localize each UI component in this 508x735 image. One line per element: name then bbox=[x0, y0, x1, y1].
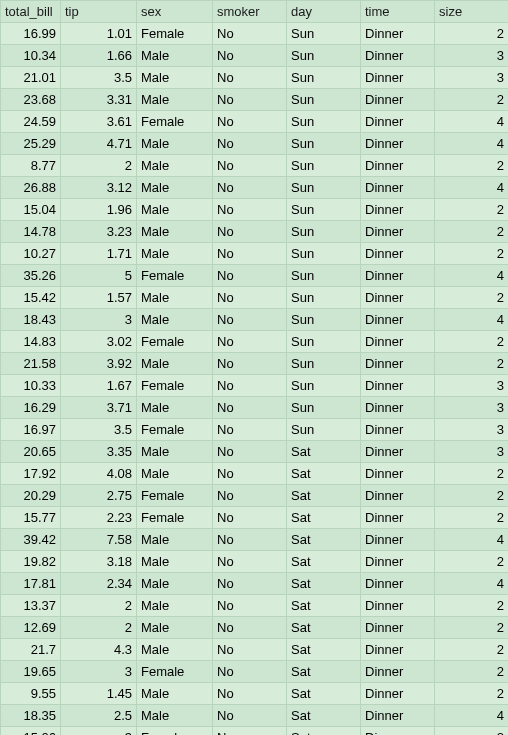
table-row: 15.421.57MaleNoSunDinner2 bbox=[1, 287, 509, 309]
header-time: time bbox=[361, 1, 435, 23]
cell: Dinner bbox=[361, 463, 435, 485]
cell: Male bbox=[137, 67, 213, 89]
cell: 4 bbox=[435, 573, 509, 595]
cell: 4 bbox=[435, 529, 509, 551]
cell: 3.31 bbox=[61, 89, 137, 111]
table-header: total_bill tip sex smoker day time size bbox=[1, 1, 509, 23]
cell: Sat bbox=[287, 639, 361, 661]
cell: No bbox=[213, 617, 287, 639]
cell: Male bbox=[137, 309, 213, 331]
table-row: 23.683.31MaleNoSunDinner2 bbox=[1, 89, 509, 111]
table-row: 15.772.23FemaleNoSatDinner2 bbox=[1, 507, 509, 529]
header-tip: tip bbox=[61, 1, 137, 23]
cell: Sat bbox=[287, 683, 361, 705]
cell: Male bbox=[137, 353, 213, 375]
cell: Sun bbox=[287, 265, 361, 287]
cell: Dinner bbox=[361, 155, 435, 177]
table-row: 35.265FemaleNoSunDinner4 bbox=[1, 265, 509, 287]
cell: 2 bbox=[435, 661, 509, 683]
cell: Male bbox=[137, 155, 213, 177]
cell: 2.5 bbox=[61, 705, 137, 727]
cell: 26.88 bbox=[1, 177, 61, 199]
cell: 2 bbox=[435, 221, 509, 243]
cell: Sat bbox=[287, 485, 361, 507]
cell: Female bbox=[137, 727, 213, 736]
cell: Dinner bbox=[361, 177, 435, 199]
table-row: 19.653FemaleNoSatDinner2 bbox=[1, 661, 509, 683]
table-row: 10.331.67FemaleNoSunDinner3 bbox=[1, 375, 509, 397]
cell: 15.42 bbox=[1, 287, 61, 309]
cell: 18.43 bbox=[1, 309, 61, 331]
cell: 2 bbox=[435, 353, 509, 375]
table-row: 17.812.34MaleNoSatDinner4 bbox=[1, 573, 509, 595]
cell: 2 bbox=[435, 463, 509, 485]
table-row: 10.341.66MaleNoSunDinner3 bbox=[1, 45, 509, 67]
cell: 2 bbox=[61, 617, 137, 639]
table-row: 21.74.3MaleNoSatDinner2 bbox=[1, 639, 509, 661]
cell: Male bbox=[137, 221, 213, 243]
cell: 14.83 bbox=[1, 331, 61, 353]
cell: 3 bbox=[435, 441, 509, 463]
cell: Sun bbox=[287, 177, 361, 199]
cell: 2 bbox=[435, 331, 509, 353]
cell: 2 bbox=[435, 243, 509, 265]
cell: Sun bbox=[287, 397, 361, 419]
cell: 4 bbox=[435, 133, 509, 155]
cell: No bbox=[213, 507, 287, 529]
cell: 2 bbox=[435, 551, 509, 573]
cell: Dinner bbox=[361, 529, 435, 551]
cell: 2 bbox=[61, 155, 137, 177]
cell: 2 bbox=[435, 287, 509, 309]
cell: 2 bbox=[435, 683, 509, 705]
cell: Dinner bbox=[361, 705, 435, 727]
cell: 2.34 bbox=[61, 573, 137, 595]
cell: 3.35 bbox=[61, 441, 137, 463]
table-row: 13.372MaleNoSatDinner2 bbox=[1, 595, 509, 617]
cell: No bbox=[213, 683, 287, 705]
cell: Dinner bbox=[361, 551, 435, 573]
cell: Sat bbox=[287, 727, 361, 736]
cell: 1.01 bbox=[61, 23, 137, 45]
cell: Sun bbox=[287, 287, 361, 309]
cell: No bbox=[213, 727, 287, 736]
cell: No bbox=[213, 485, 287, 507]
cell: 2 bbox=[435, 485, 509, 507]
cell: 9.55 bbox=[1, 683, 61, 705]
cell: Sat bbox=[287, 529, 361, 551]
cell: Male bbox=[137, 133, 213, 155]
cell: 4 bbox=[435, 177, 509, 199]
cell: 3 bbox=[61, 309, 137, 331]
cell: Dinner bbox=[361, 133, 435, 155]
cell: 1.57 bbox=[61, 287, 137, 309]
cell: 17.92 bbox=[1, 463, 61, 485]
cell: Sat bbox=[287, 595, 361, 617]
cell: 35.26 bbox=[1, 265, 61, 287]
table-row: 15.063FemaleNoSatDinner2 bbox=[1, 727, 509, 736]
cell: 10.27 bbox=[1, 243, 61, 265]
cell: Dinner bbox=[361, 419, 435, 441]
table-row: 15.041.96MaleNoSunDinner2 bbox=[1, 199, 509, 221]
cell: No bbox=[213, 243, 287, 265]
cell: 2 bbox=[435, 199, 509, 221]
cell: No bbox=[213, 551, 287, 573]
cell: Dinner bbox=[361, 67, 435, 89]
cell: 12.69 bbox=[1, 617, 61, 639]
table-row: 16.973.5FemaleNoSunDinner3 bbox=[1, 419, 509, 441]
cell: 15.77 bbox=[1, 507, 61, 529]
cell: 3.23 bbox=[61, 221, 137, 243]
cell: Male bbox=[137, 463, 213, 485]
cell: 1.71 bbox=[61, 243, 137, 265]
cell: 2 bbox=[435, 727, 509, 736]
table-row: 14.833.02FemaleNoSunDinner2 bbox=[1, 331, 509, 353]
cell: Sun bbox=[287, 353, 361, 375]
cell: Male bbox=[137, 639, 213, 661]
cell: 20.65 bbox=[1, 441, 61, 463]
cell: Dinner bbox=[361, 45, 435, 67]
cell: Sun bbox=[287, 243, 361, 265]
data-table: total_bill tip sex smoker day time size … bbox=[0, 0, 508, 735]
cell: No bbox=[213, 111, 287, 133]
cell: Female bbox=[137, 23, 213, 45]
cell: 2 bbox=[435, 617, 509, 639]
cell: No bbox=[213, 353, 287, 375]
cell: 10.33 bbox=[1, 375, 61, 397]
